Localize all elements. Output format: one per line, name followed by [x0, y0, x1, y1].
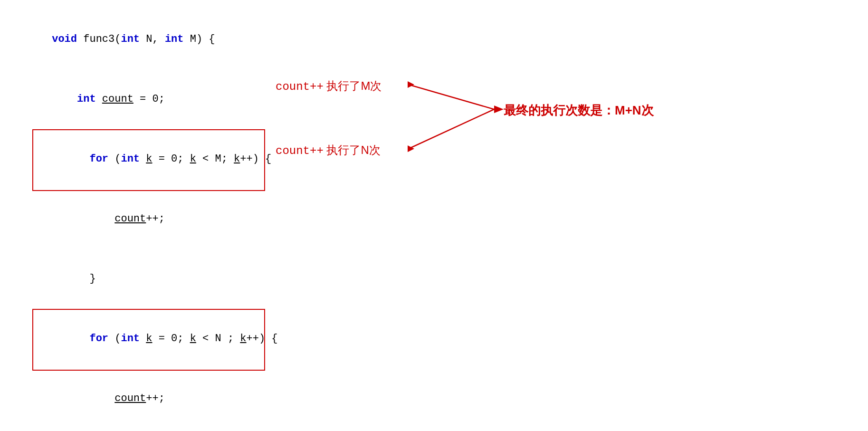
annotation-text-2: 执行了N次: [324, 144, 381, 156]
code-line-7: count++;: [14, 369, 280, 429]
svg-marker-5: [408, 81, 414, 88]
svg-line-1: [409, 109, 494, 149]
code-line-5: }: [14, 249, 280, 309]
annotation-code-1: count++: [276, 80, 324, 93]
code-line-1: void func3(int N, int M) {: [14, 10, 280, 69]
result-annotation: 最终的执行次数是：M+N次: [504, 102, 654, 119]
main-container: void func3(int N, int M) { int count = 0…: [0, 0, 868, 431]
annotation-text-1: 执行了M次: [324, 79, 382, 92]
annotation-code-2: count++: [276, 144, 324, 157]
svg-marker-2: [494, 105, 504, 113]
annotation-count-m: count++ 执行了M次: [276, 78, 382, 94]
code-line-8: }: [14, 429, 280, 431]
code-line-4: count++;: [14, 189, 280, 249]
svg-marker-4: [408, 145, 414, 152]
code-line-6: for (int k = 0; k < N ; k++) {: [14, 309, 280, 369]
code-line-2: int count = 0;: [14, 69, 280, 129]
code-line-3: for (int k = 0; k < M; k++) {: [14, 129, 280, 189]
svg-line-0: [409, 85, 494, 109]
code-section: void func3(int N, int M) { int count = 0…: [14, 10, 280, 431]
annotation-count-n: count++ 执行了N次: [276, 143, 381, 158]
